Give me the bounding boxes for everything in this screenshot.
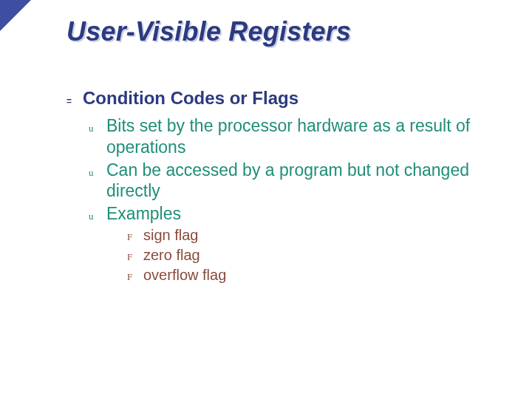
bullet-level-2-group: u Bits set by the processor hardware as …	[89, 115, 510, 284]
slide: User-Visible Registers = Condition Codes…	[0, 0, 532, 399]
bullet-l2-icon: u	[89, 163, 106, 179]
bullet-l3-text: overflow flag	[143, 266, 226, 284]
slide-title: User-Visible Registers	[66, 16, 351, 47]
bullet-level-2: u Examples	[89, 203, 510, 225]
bullet-l3-icon: F	[127, 269, 143, 283]
bullet-level-3: F overflow flag	[127, 266, 510, 284]
bullet-l1-icon: =	[66, 92, 83, 107]
bullet-l2-text: Bits set by the processor hardware as a …	[106, 115, 510, 158]
bullet-l3-text: sign flag	[143, 226, 199, 245]
bullet-l1-text: Condition Codes or Flags	[83, 87, 299, 109]
bullet-level-2: u Bits set by the processor hardware as …	[89, 115, 510, 158]
bullet-l3-text: zero flag	[143, 246, 200, 265]
bullet-l2-text: Can be accessed by a program but not cha…	[106, 160, 510, 202]
bullet-l3-icon: F	[127, 249, 143, 263]
slide-body: = Condition Codes or Flags u Bits set by…	[66, 87, 510, 286]
bullet-level-3: F zero flag	[127, 246, 510, 265]
bullet-l3-icon: F	[127, 229, 143, 243]
bullet-level-3-group: F sign flag F zero flag F overflow flag	[127, 226, 510, 284]
corner-decoration	[0, 0, 31, 31]
bullet-l2-text: Examples	[106, 203, 181, 225]
bullet-l2-icon: u	[89, 207, 106, 222]
bullet-level-3: F sign flag	[127, 226, 510, 245]
bullet-l2-icon: u	[89, 119, 106, 134]
bullet-level-1: = Condition Codes or Flags	[66, 87, 510, 109]
bullet-level-2: u Can be accessed by a program but not c…	[89, 160, 510, 202]
